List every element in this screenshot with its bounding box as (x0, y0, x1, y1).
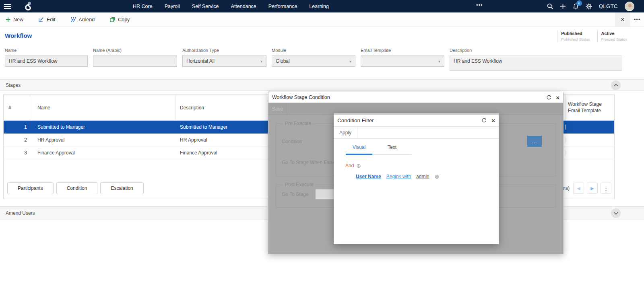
nav-item-self-service[interactable]: Self Service (192, 4, 219, 9)
published-status-value: Published (561, 31, 590, 36)
authorization-type-select[interactable]: Horizontal All ▾ (182, 56, 266, 67)
row1-num: 1 (4, 121, 30, 133)
module-select[interactable]: Global ▾ (272, 56, 355, 67)
freezed-status-value: Active (601, 31, 627, 36)
stage-condition-modal-controls: × (546, 95, 559, 101)
top-nav: HR Core Payroll Self Service Attendance … (0, 0, 644, 12)
close-icon[interactable]: × (491, 117, 495, 123)
condition-filter-modal-controls: × (481, 117, 495, 123)
hamburger-menu-icon[interactable] (0, 0, 15, 12)
copy-icon (110, 17, 115, 22)
group-operator-link[interactable]: And (345, 163, 354, 169)
condition-group-row: And ⊕ (345, 163, 499, 169)
chevron-down-icon: ▾ (349, 59, 351, 64)
condition-filter-toolbar: Apply (334, 126, 499, 139)
condition-operator-link[interactable]: Begins with (386, 174, 411, 179)
chevron-up-icon (614, 84, 618, 86)
copy-button[interactable]: Copy (110, 17, 130, 23)
name-arabic-field-group: Name (Arabic) (93, 48, 177, 71)
nav-item-attendance[interactable]: Attendance (231, 4, 256, 9)
close-icon[interactable]: × (556, 95, 559, 101)
close-record-button[interactable]: × (615, 12, 630, 27)
row2-name: HR Approval (30, 134, 176, 146)
go-to-stage-label: Go To Stage (282, 191, 309, 197)
notifications-bell-icon[interactable]: 6 (573, 3, 579, 10)
refresh-icon[interactable] (481, 118, 487, 123)
search-icon[interactable] (547, 3, 553, 9)
remove-condition-icon[interactable]: ⊗ (435, 174, 440, 179)
nav-item-performance[interactable]: Performance (268, 4, 297, 9)
record-toolbar: New Edit Amend Copy × ••• (0, 12, 644, 27)
condition-button[interactable]: Condition (56, 182, 98, 194)
authorization-type-field-group: Authorization Type Horizontal All ▾ (182, 48, 266, 71)
save-button[interactable]: Save (268, 103, 287, 115)
row3-email-template (565, 150, 614, 155)
copy-button-label: Copy (118, 17, 130, 23)
name-input[interactable]: HR and ESS Workflow (5, 56, 88, 67)
description-textarea[interactable]: HR and ESS Workflow (450, 56, 622, 71)
page-title: Workflow (5, 32, 32, 39)
email-template-field-group: Email Template ▾ (361, 48, 444, 71)
toolbar-more-ellipsis-icon[interactable]: ••• (630, 16, 644, 23)
post-execute-label: Post Execute (283, 182, 316, 187)
add-condition-icon[interactable]: ⊕ (356, 163, 361, 169)
module-value: Global (276, 58, 290, 64)
name-field-group: Name HR and ESS Workflow (5, 48, 88, 71)
previous-page-button[interactable]: ◀ (573, 183, 584, 194)
condition-value-link[interactable]: admin (416, 174, 429, 179)
user-avatar[interactable] (625, 2, 634, 11)
escalation-button[interactable]: Escalation (100, 182, 143, 194)
published-status-badge: Published Published Status (557, 30, 590, 42)
tenant-code[interactable]: QLGTC (599, 3, 618, 9)
new-button-label: New (13, 17, 23, 23)
refresh-icon[interactable] (546, 95, 551, 100)
condition-picker-ellipsis-button[interactable]: ... (527, 136, 542, 147)
settings-gear-icon[interactable] (586, 3, 592, 10)
tab-text[interactable]: Text (372, 144, 412, 155)
stages-collapse-button[interactable] (611, 80, 621, 90)
status-badges: Published Published Status Active Freeze… (551, 30, 628, 42)
row1-name: Submitted to Manager (30, 121, 176, 133)
module-field-group: Module Global ▾ (272, 48, 355, 71)
condition-filter-builder: And ⊕ User Name Begins with admin ⊗ (334, 155, 499, 179)
condition-filter-modal-title: Condition Filter (337, 117, 374, 123)
edit-button[interactable]: Edit (39, 17, 56, 23)
new-button[interactable]: New (6, 17, 23, 23)
app-page: HR Core Payroll Self Service Attendance … (0, 0, 644, 294)
amend-button[interactable]: Amend (71, 17, 95, 23)
row3-name: Finance Approval (30, 146, 176, 159)
tab-visual[interactable]: Visual (346, 144, 372, 155)
nav-item-payroll[interactable]: Payroll (165, 4, 180, 9)
workflow-form: Name HR and ESS Workflow Name (Arabic) A… (0, 48, 644, 71)
edit-pencil-icon (39, 17, 44, 22)
row1-email-template (565, 125, 614, 130)
stage-condition-modal-header: Workflow Stage Condition × (268, 92, 563, 103)
apply-button[interactable]: Apply (334, 127, 357, 138)
name-input-value: HR and ESS Workflow (9, 58, 58, 64)
amend-users-expand-button[interactable] (611, 208, 621, 218)
pre-execute-label: Pre Execute (283, 121, 314, 126)
stages-section-header[interactable]: Stages (0, 79, 644, 91)
stage-condition-modal-title: Workflow Stage Condition (272, 95, 330, 100)
participants-button[interactable]: Participants (7, 182, 54, 194)
stages-section-title: Stages (6, 82, 21, 88)
nav-item-learning[interactable]: Learning (309, 4, 329, 9)
email-template-select[interactable]: ▾ (361, 56, 444, 67)
published-status-label: Published Status (561, 37, 590, 41)
notification-count-badge: 6 (576, 0, 582, 6)
chevron-down-icon: ▾ (438, 59, 440, 64)
description-value: HR and ESS Workflow (454, 58, 502, 64)
plus-icon (6, 17, 10, 22)
toolbar-right-group: × ••• (615, 12, 644, 27)
add-icon[interactable] (560, 3, 566, 9)
module-field-label: Module (272, 48, 355, 53)
amend-button-label: Amend (79, 17, 95, 23)
next-page-button[interactable]: ▶ (587, 183, 598, 194)
nav-overflow-ellipsis-icon[interactable]: ••• (476, 2, 483, 8)
name-arabic-input[interactable] (93, 56, 177, 67)
row2-email-template (565, 138, 614, 142)
pagination-menu-kebab-icon[interactable]: ⋮ (601, 183, 611, 194)
email-template-field-label: Email Template (361, 48, 444, 53)
condition-field-link[interactable]: User Name (356, 174, 381, 179)
nav-item-hr-core[interactable]: HR Core (133, 4, 153, 9)
